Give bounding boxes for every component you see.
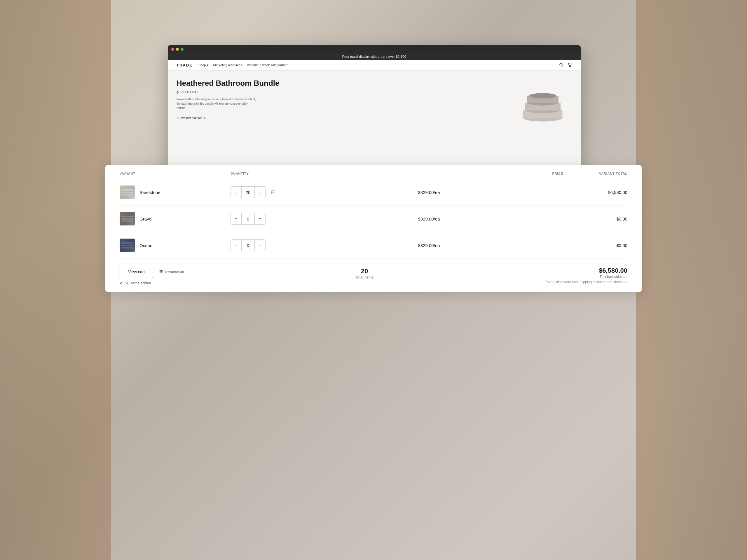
browser-dot-close[interactable] (171, 48, 174, 51)
browser-topbar (168, 45, 581, 53)
variant-name-ocean: Ocean (139, 243, 152, 248)
total-gravel: $0.00 (563, 216, 627, 221)
delete-sandstone[interactable] (268, 188, 277, 196)
quantity-control-ocean: − + (231, 239, 265, 251)
variant-thumbnail-sandstone (120, 186, 135, 199)
nav-bar: TRADE Shop ▾ Marketing resources Become … (168, 60, 581, 70)
quantity-input-gravel[interactable] (241, 213, 255, 224)
variant-cell-gravel: Gravel (120, 212, 231, 225)
remove-all-button[interactable]: Remove all (159, 269, 184, 274)
popup-panel: VARIANT QUANTITY PRICE VARIANT TOTAL San… (105, 165, 642, 292)
panel-footer: View cart Remove all ✓ 20 items added 20… (105, 259, 642, 292)
quantity-cell-ocean: − + (231, 239, 295, 251)
table-row: Sandstone − + $329.00/ea $6,580.00 (120, 179, 627, 206)
total-sandstone: $6,580.00 (563, 190, 627, 195)
footer-left: View cart Remove all ✓ 20 items added (120, 266, 184, 285)
header-quantity: QUANTITY (231, 172, 295, 175)
quantity-cell-gravel: − + (231, 213, 295, 224)
quantity-control-sandstone: − + (231, 186, 265, 198)
announcement-bar: Free towel display with orders over $2,5… (168, 53, 581, 60)
price-sandstone: $329.00/ea (295, 190, 563, 195)
quantity-input-sandstone[interactable] (241, 187, 255, 198)
footer-right: $6,580.00 Product subtotal Taxes, discou… (545, 266, 627, 284)
quantity-cell-sandstone: − + (231, 186, 295, 198)
quantity-increase-ocean[interactable]: + (255, 240, 265, 251)
product-image (516, 79, 569, 126)
tax-note: Taxes, discounts and shipping calculated… (545, 280, 627, 284)
price-ocean: $329.00/ea (295, 243, 563, 248)
browser-dot-maximize[interactable] (181, 48, 183, 51)
nav-links: Shop ▾ Marketing resources Become a whol… (199, 63, 553, 67)
variant-thumbnail-gravel (120, 212, 135, 225)
price-gravel: $329.00/ea (295, 216, 563, 221)
total-ocean: $0.00 (563, 243, 627, 248)
nav-marketing[interactable]: Marketing resources (213, 63, 242, 67)
variant-name-sandstone: Sandstone (139, 190, 160, 195)
cart-icon[interactable] (567, 63, 572, 68)
variant-cell-sandstone: Sandstone (120, 186, 231, 199)
subtotal-label: Product subtotal (545, 274, 627, 279)
quantity-decrease-sandstone[interactable]: − (231, 187, 241, 198)
chevron-down-icon: ▾ (204, 116, 205, 119)
quantity-control-gravel: − + (231, 213, 265, 224)
product-info: Heathered Bathroom Bundle $329.00 USD Wo… (177, 79, 505, 126)
subtotal-amount: $6,580.00 (545, 267, 627, 274)
items-added: ✓ 20 items added (120, 281, 184, 285)
variant-name-gravel: Gravel (139, 216, 152, 221)
quantity-increase-sandstone[interactable]: + (255, 187, 265, 198)
total-items-count: 20 (192, 267, 536, 275)
table-row: Ocean − + $329.00/ea $0.00 (120, 232, 627, 259)
shelf-left (0, 0, 111, 560)
product-title: Heathered Bathroom Bundle (177, 79, 505, 88)
star-icon: ☆ (177, 116, 179, 119)
quantity-input-ocean[interactable] (241, 240, 255, 251)
table-header: VARIANT QUANTITY PRICE VARIANT TOTAL (105, 165, 642, 179)
search-icon[interactable] (559, 63, 564, 68)
quantity-decrease-ocean[interactable]: − (231, 240, 241, 251)
svg-point-0 (560, 63, 562, 66)
trash-icon (159, 269, 163, 274)
store-header: Free towel display with orders over $2,5… (168, 53, 581, 71)
svg-line-1 (562, 65, 563, 67)
quantity-decrease-gravel[interactable]: − (231, 213, 241, 224)
nav-shop[interactable]: Shop ▾ (199, 63, 209, 67)
product-image-area (514, 79, 572, 126)
table-row: Gravel − + $329.00/ea $0.00 (120, 206, 627, 232)
product-price: $329.00 USD (177, 90, 505, 94)
shelf-right (636, 0, 747, 560)
brand-logo[interactable]: TRADE (177, 63, 192, 68)
header-variant: VARIANT (120, 172, 231, 175)
chevron-down-icon: ▾ (207, 63, 208, 67)
header-price: PRICE (295, 172, 563, 175)
variant-thumbnail-ocean (120, 239, 135, 252)
variant-cell-ocean: Ocean (120, 239, 231, 252)
svg-point-3 (570, 66, 571, 67)
table-body: Sandstone − + $329.00/ea $6,580.00 (105, 179, 642, 259)
browser-dot-minimize[interactable] (176, 48, 179, 51)
product-description: Woven with contrasting yarns for a beaut… (177, 97, 258, 110)
product-features[interactable]: ☆ Product features ▾ (177, 114, 505, 119)
svg-point-10 (529, 93, 557, 98)
header-variant-total: VARIANT TOTAL (563, 172, 627, 175)
footer-center: 20 Total items (192, 266, 536, 279)
quantity-increase-gravel[interactable]: + (255, 213, 265, 224)
total-items-label: Total items (192, 275, 536, 279)
check-icon: ✓ (120, 281, 123, 285)
view-cart-button[interactable]: View cart (120, 266, 153, 278)
announcement-text: Free towel display with orders over $2,5… (342, 55, 406, 58)
product-area: Heathered Bathroom Bundle $329.00 USD Wo… (168, 71, 581, 130)
nav-icons (559, 63, 572, 68)
items-added-text: 20 items added (125, 281, 151, 285)
svg-point-2 (569, 66, 570, 67)
nav-wholesale[interactable]: Become a wholesale partner (247, 63, 287, 67)
